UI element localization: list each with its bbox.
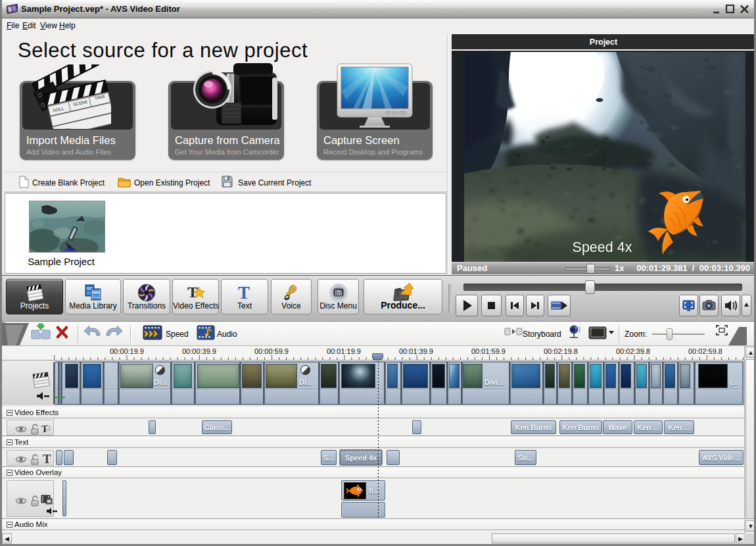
svg-text:Speed 4x: Speed 4x	[573, 239, 632, 255]
svg-text:T: T	[43, 453, 51, 465]
svg-text:T: T	[238, 283, 250, 303]
